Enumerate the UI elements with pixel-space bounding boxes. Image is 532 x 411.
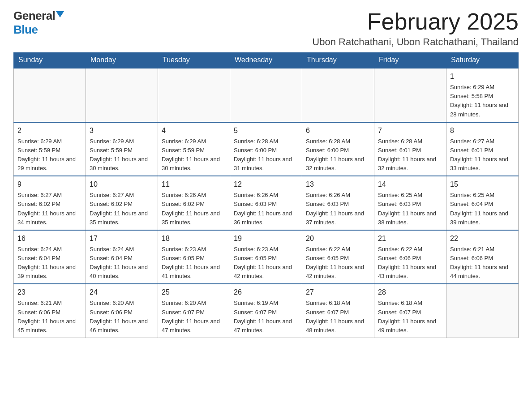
weekday-header-tuesday: Tuesday: [158, 52, 230, 68]
day-number: 3: [90, 125, 154, 136]
calendar-week-row: 9Sunrise: 6:27 AM Sunset: 6:02 PM Daylig…: [14, 176, 519, 230]
calendar-cell: 15Sunrise: 6:25 AM Sunset: 6:04 PM Dayli…: [446, 176, 519, 230]
day-number: 21: [378, 233, 442, 244]
day-number: 19: [234, 233, 298, 244]
calendar-cell: [86, 68, 158, 122]
day-info: Sunrise: 6:27 AM Sunset: 6:02 PM Dayligh…: [17, 192, 76, 225]
day-info: Sunrise: 6:22 AM Sunset: 6:06 PM Dayligh…: [378, 246, 436, 279]
calendar-cell: [302, 68, 374, 122]
calendar-cell: [230, 68, 302, 122]
calendar-cell: [374, 68, 446, 122]
day-info: Sunrise: 6:24 AM Sunset: 6:04 PM Dayligh…: [90, 246, 148, 279]
calendar-week-row: 23Sunrise: 6:21 AM Sunset: 6:06 PM Dayli…: [14, 284, 519, 338]
month-title: February 2025: [312, 9, 519, 34]
day-info: Sunrise: 6:28 AM Sunset: 6:00 PM Dayligh…: [234, 138, 292, 171]
location-title: Ubon Ratchathani, Ubon Ratchathani, Thai…: [312, 36, 519, 48]
day-info: Sunrise: 6:26 AM Sunset: 6:02 PM Dayligh…: [162, 192, 220, 225]
calendar-cell: [14, 68, 86, 122]
day-info: Sunrise: 6:29 AM Sunset: 5:59 PM Dayligh…: [162, 138, 220, 171]
calendar-cell: 23Sunrise: 6:21 AM Sunset: 6:06 PM Dayli…: [14, 284, 86, 338]
calendar-cell: 9Sunrise: 6:27 AM Sunset: 6:02 PM Daylig…: [14, 176, 86, 230]
calendar-cell: 22Sunrise: 6:21 AM Sunset: 6:06 PM Dayli…: [446, 230, 519, 284]
calendar-cell: 1Sunrise: 6:29 AM Sunset: 5:58 PM Daylig…: [446, 68, 519, 122]
day-number: 4: [162, 125, 226, 136]
day-info: Sunrise: 6:22 AM Sunset: 6:05 PM Dayligh…: [306, 246, 364, 279]
day-number: 17: [90, 233, 154, 244]
day-info: Sunrise: 6:18 AM Sunset: 6:07 PM Dayligh…: [378, 300, 436, 333]
day-number: 11: [162, 179, 226, 190]
day-number: 28: [378, 287, 442, 298]
day-number: 27: [306, 287, 370, 298]
day-number: 9: [17, 179, 82, 190]
logo-blue: Blue: [13, 23, 38, 37]
day-info: Sunrise: 6:18 AM Sunset: 6:07 PM Dayligh…: [306, 300, 364, 333]
day-number: 15: [450, 179, 515, 190]
calendar-cell: 26Sunrise: 6:19 AM Sunset: 6:07 PM Dayli…: [230, 284, 302, 338]
calendar-week-row: 16Sunrise: 6:24 AM Sunset: 6:04 PM Dayli…: [14, 230, 519, 284]
day-info: Sunrise: 6:28 AM Sunset: 6:01 PM Dayligh…: [378, 138, 436, 171]
day-number: 10: [90, 179, 154, 190]
calendar-cell: 27Sunrise: 6:18 AM Sunset: 6:07 PM Dayli…: [302, 284, 374, 338]
calendar-cell: 2Sunrise: 6:29 AM Sunset: 5:59 PM Daylig…: [14, 122, 86, 176]
calendar-cell: 6Sunrise: 6:28 AM Sunset: 6:00 PM Daylig…: [302, 122, 374, 176]
calendar-week-row: 1Sunrise: 6:29 AM Sunset: 5:58 PM Daylig…: [14, 68, 519, 122]
calendar-cell: 28Sunrise: 6:18 AM Sunset: 6:07 PM Dayli…: [374, 284, 446, 338]
day-info: Sunrise: 6:26 AM Sunset: 6:03 PM Dayligh…: [234, 192, 292, 225]
calendar-cell: 21Sunrise: 6:22 AM Sunset: 6:06 PM Dayli…: [374, 230, 446, 284]
calendar-cell: 24Sunrise: 6:20 AM Sunset: 6:06 PM Dayli…: [86, 284, 158, 338]
day-info: Sunrise: 6:25 AM Sunset: 6:03 PM Dayligh…: [378, 192, 436, 225]
weekday-header-sunday: Sunday: [14, 52, 86, 68]
day-info: Sunrise: 6:20 AM Sunset: 6:06 PM Dayligh…: [90, 300, 148, 333]
calendar-cell: 3Sunrise: 6:29 AM Sunset: 5:59 PM Daylig…: [86, 122, 158, 176]
calendar-cell: 12Sunrise: 6:26 AM Sunset: 6:03 PM Dayli…: [230, 176, 302, 230]
day-info: Sunrise: 6:23 AM Sunset: 6:05 PM Dayligh…: [162, 246, 220, 279]
calendar-cell: 13Sunrise: 6:26 AM Sunset: 6:03 PM Dayli…: [302, 176, 374, 230]
day-number: 6: [306, 125, 370, 136]
logo-triangle-icon: [56, 11, 64, 17]
day-info: Sunrise: 6:21 AM Sunset: 6:06 PM Dayligh…: [17, 300, 76, 333]
day-info: Sunrise: 6:27 AM Sunset: 6:02 PM Dayligh…: [90, 192, 148, 225]
day-number: 13: [306, 179, 370, 190]
calendar-cell: 5Sunrise: 6:28 AM Sunset: 6:00 PM Daylig…: [230, 122, 302, 176]
logo: General Blue: [13, 9, 64, 37]
day-info: Sunrise: 6:29 AM Sunset: 5:59 PM Dayligh…: [90, 138, 148, 171]
weekday-header-friday: Friday: [374, 52, 446, 68]
weekday-header-thursday: Thursday: [302, 52, 374, 68]
day-number: 18: [162, 233, 226, 244]
calendar-cell: 25Sunrise: 6:20 AM Sunset: 6:07 PM Dayli…: [158, 284, 230, 338]
day-number: 25: [162, 287, 226, 298]
logo-general: General: [13, 9, 55, 23]
day-number: 8: [450, 125, 515, 136]
day-info: Sunrise: 6:26 AM Sunset: 6:03 PM Dayligh…: [306, 192, 364, 225]
day-number: 5: [234, 125, 298, 136]
day-number: 20: [306, 233, 370, 244]
day-info: Sunrise: 6:19 AM Sunset: 6:07 PM Dayligh…: [234, 300, 292, 333]
day-info: Sunrise: 6:23 AM Sunset: 6:05 PM Dayligh…: [234, 246, 292, 279]
day-number: 2: [17, 125, 82, 136]
day-number: 14: [378, 179, 442, 190]
calendar-week-row: 2Sunrise: 6:29 AM Sunset: 5:59 PM Daylig…: [14, 122, 519, 176]
day-info: Sunrise: 6:29 AM Sunset: 5:58 PM Dayligh…: [450, 84, 508, 117]
day-number: 26: [234, 287, 298, 298]
weekday-header-saturday: Saturday: [446, 52, 519, 68]
calendar-header-row: SundayMondayTuesdayWednesdayThursdayFrid…: [14, 52, 519, 68]
day-info: Sunrise: 6:27 AM Sunset: 6:01 PM Dayligh…: [450, 138, 508, 171]
weekday-header-wednesday: Wednesday: [230, 52, 302, 68]
page-header: General Blue February 2025 Ubon Ratchath…: [13, 9, 519, 48]
day-info: Sunrise: 6:24 AM Sunset: 6:04 PM Dayligh…: [17, 246, 76, 279]
calendar-cell: 10Sunrise: 6:27 AM Sunset: 6:02 PM Dayli…: [86, 176, 158, 230]
calendar-cell: [446, 284, 519, 338]
calendar-cell: 8Sunrise: 6:27 AM Sunset: 6:01 PM Daylig…: [446, 122, 519, 176]
calendar-cell: 19Sunrise: 6:23 AM Sunset: 6:05 PM Dayli…: [230, 230, 302, 284]
calendar-cell: [158, 68, 230, 122]
day-number: 24: [90, 287, 154, 298]
calendar-cell: 16Sunrise: 6:24 AM Sunset: 6:04 PM Dayli…: [14, 230, 86, 284]
day-info: Sunrise: 6:25 AM Sunset: 6:04 PM Dayligh…: [450, 192, 508, 225]
day-number: 22: [450, 233, 515, 244]
day-number: 1: [450, 71, 515, 82]
title-section: February 2025 Ubon Ratchathani, Ubon Rat…: [312, 9, 519, 48]
day-number: 7: [378, 125, 442, 136]
calendar-cell: 4Sunrise: 6:29 AM Sunset: 5:59 PM Daylig…: [158, 122, 230, 176]
day-number: 16: [17, 233, 82, 244]
day-number: 23: [17, 287, 82, 298]
